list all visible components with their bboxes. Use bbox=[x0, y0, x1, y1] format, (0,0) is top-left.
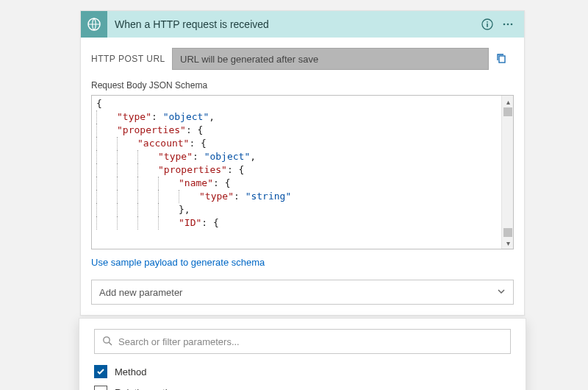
svg-point-2 bbox=[487, 21, 488, 23]
code-line: "type": "string" bbox=[96, 190, 509, 203]
http-post-url-label: HTTP POST URL bbox=[91, 54, 172, 64]
svg-rect-7 bbox=[499, 56, 505, 63]
add-new-parameter-dropdown[interactable]: Add new parameter bbox=[91, 280, 514, 305]
use-sample-payload-link[interactable]: Use sample payload to generate schema bbox=[91, 257, 514, 268]
svg-point-4 bbox=[503, 24, 506, 26]
http-post-url-row: HTTP POST URL URL will be generated afte… bbox=[91, 46, 514, 71]
more-icon[interactable] bbox=[498, 14, 518, 35]
code-line: "account": { bbox=[96, 137, 509, 150]
code-line: "type": "object", bbox=[96, 150, 509, 163]
parameter-option-label: Relative path bbox=[115, 387, 171, 391]
parameter-search-input[interactable] bbox=[118, 336, 503, 347]
schema-label: Request Body JSON Schema bbox=[91, 80, 514, 91]
copy-url-button[interactable] bbox=[489, 52, 514, 66]
http-trigger-icon bbox=[81, 11, 107, 38]
code-line: { bbox=[96, 97, 509, 110]
http-post-url-value: URL will be generated after save bbox=[172, 48, 489, 70]
svg-point-5 bbox=[507, 24, 509, 26]
card-body: HTTP POST URL URL will be generated afte… bbox=[81, 38, 524, 315]
code-line: "name": { bbox=[96, 177, 509, 190]
parameter-dropdown-panel: MethodRelative path bbox=[79, 318, 526, 390]
svg-rect-3 bbox=[487, 24, 488, 27]
checkbox-unchecked-icon[interactable] bbox=[94, 386, 107, 390]
parameter-option-label: Method bbox=[115, 366, 146, 377]
chevron-down-icon bbox=[497, 287, 506, 298]
card-header: When a HTTP request is received bbox=[81, 11, 524, 38]
code-line: "properties": { bbox=[96, 163, 509, 177]
svg-point-8 bbox=[104, 336, 110, 342]
scroll-up-icon[interactable]: ▴ bbox=[502, 96, 514, 107]
svg-point-6 bbox=[511, 24, 513, 26]
code-line: "properties": { bbox=[96, 124, 509, 137]
parameter-option[interactable]: Relative path bbox=[94, 382, 511, 390]
svg-line-9 bbox=[109, 342, 112, 345]
search-icon bbox=[102, 336, 112, 348]
code-line: }, bbox=[96, 203, 509, 216]
scroll-thumb-top[interactable] bbox=[503, 107, 512, 116]
scroll-thumb-bottom[interactable] bbox=[503, 228, 512, 237]
code-line: "ID": { bbox=[96, 216, 509, 230]
checkbox-checked-icon[interactable] bbox=[94, 365, 107, 378]
scroll-down-icon[interactable]: ▾ bbox=[502, 237, 514, 249]
add-new-parameter-label: Add new parameter bbox=[99, 287, 182, 298]
card-title: When a HTTP request is received bbox=[107, 18, 477, 30]
info-icon[interactable] bbox=[477, 14, 498, 35]
parameter-search-box[interactable] bbox=[94, 329, 511, 354]
editor-scrollbar[interactable]: ▴ ▾ bbox=[501, 96, 513, 249]
parameter-option[interactable]: Method bbox=[94, 361, 511, 382]
json-schema-editor[interactable]: {"type": "object","properties": {"accoun… bbox=[91, 95, 514, 249]
trigger-card: When a HTTP request is received HTTP POS… bbox=[80, 10, 525, 316]
code-line: "type": "object", bbox=[96, 110, 509, 124]
